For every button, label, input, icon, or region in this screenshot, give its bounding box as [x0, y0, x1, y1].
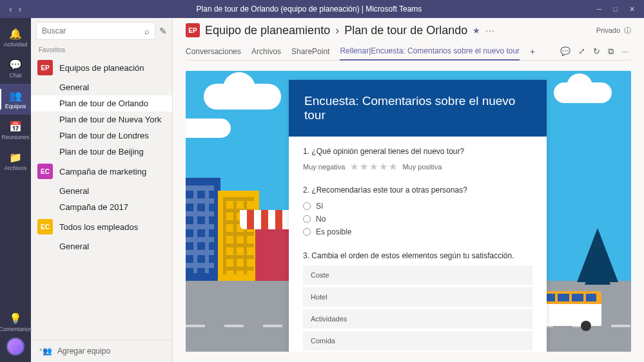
cloud-decoration: [186, 119, 231, 138]
main-area: EP Equipo de planeamiento › Plan de tour…: [173, 18, 644, 362]
rail-icon: 👥: [9, 90, 22, 102]
titlebar: ‹ › Plan de tour de Orlando (equipo de p…: [0, 0, 644, 18]
channel-item[interactable]: General: [31, 79, 172, 95]
rank-item[interactable]: Comida: [303, 331, 532, 350]
question-2: 2. ¿Recomendarías este tour a otras pers…: [303, 186, 532, 238]
rating-high-label: Muy positiva: [402, 163, 442, 171]
privacy-label: Privado: [596, 26, 620, 34]
compose-icon[interactable]: ✎: [159, 26, 167, 36]
reply-icon[interactable]: 💬: [560, 46, 571, 57]
app-rail: 🔔Actividad💬Chat👥Equipos📅Reuniones📁Archiv…: [0, 18, 31, 362]
add-team-button[interactable]: ⁺👥 Agregar equipo: [31, 339, 172, 362]
channel-item[interactable]: Campaña de 2017: [31, 199, 172, 215]
favorites-label: Favoritos: [31, 44, 172, 56]
star-rating[interactable]: ★★★★★: [350, 161, 397, 173]
building-decoration: [186, 178, 220, 281]
rail-item-chat[interactable]: 💬Chat: [0, 53, 31, 84]
team-header[interactable]: EPEquipos de planeación: [31, 56, 172, 79]
star-icon[interactable]: ★: [350, 161, 358, 173]
rail-item-reuniones[interactable]: 📅Reuniones: [0, 115, 31, 146]
survey-form: Encuesta: Comentarios sobre el nuevo tou…: [289, 80, 547, 352]
radio-option[interactable]: Sí: [303, 200, 532, 213]
rail-icon: 💬: [9, 59, 22, 71]
team-name: Campaña de marketing: [59, 167, 146, 176]
building-decoration: [218, 191, 259, 281]
question-3: 3. Cambia el orden de estos elementos se…: [303, 251, 532, 350]
channel-tabs: ConversacionesArchivosSharePoint Rellena…: [186, 43, 631, 61]
favorite-star-icon[interactable]: ★: [473, 26, 480, 35]
channel-item[interactable]: Plan de tour de Nueva York: [31, 111, 172, 128]
breadcrumb-team[interactable]: Equipo de planeamiento: [205, 24, 330, 37]
question-1: 1. ¿Qué opinión general tienes del nuevo…: [303, 147, 532, 173]
window-maximize[interactable]: □: [613, 5, 618, 14]
channel-item[interactable]: General: [31, 238, 172, 254]
lightbulb-icon: 💡: [9, 312, 22, 325]
user-avatar[interactable]: [6, 338, 24, 356]
channel-item[interactable]: Plan de tour de Orlando: [31, 95, 172, 111]
radio-option[interactable]: No: [303, 213, 532, 225]
team-name: Equipos de planeación: [59, 63, 144, 73]
add-tab-button[interactable]: +: [530, 46, 535, 57]
rail-icon: 📁: [9, 151, 22, 164]
rail-feedback[interactable]: 💡 Comentarios: [0, 307, 31, 338]
star-icon[interactable]: ★: [369, 161, 378, 173]
channel-item[interactable]: Plan de tour de Beijing: [31, 144, 172, 160]
rank-item[interactable]: Coste: [303, 265, 532, 285]
radio-option[interactable]: Es posible: [303, 225, 532, 238]
expand-icon[interactable]: ⤢: [578, 46, 585, 57]
more-options[interactable]: ···: [485, 25, 495, 35]
window-title: Plan de tour de Orlando (equipo de plane…: [30, 5, 587, 14]
radio-icon: [303, 215, 311, 223]
tab-more-icon[interactable]: ···: [621, 46, 629, 57]
team-avatar: EP: [37, 60, 53, 75]
star-icon[interactable]: ★: [379, 161, 387, 173]
rail-icon: 🔔: [9, 28, 22, 40]
nav-back[interactable]: ‹: [9, 4, 12, 14]
tab-sharepoint[interactable]: SharePoint: [291, 43, 329, 60]
tab-conversaciones[interactable]: Conversaciones: [186, 43, 241, 60]
window-minimize[interactable]: ─: [597, 5, 602, 14]
search-field[interactable]: [42, 26, 144, 35]
team-header[interactable]: ECTodos los empleados: [31, 215, 172, 238]
cloud-decoration: [204, 84, 281, 110]
rank-item[interactable]: Hotel: [303, 287, 532, 307]
team-header[interactable]: ECCampaña de marketing: [31, 160, 172, 183]
radio-icon: [303, 228, 311, 236]
rail-icon: 📅: [9, 120, 22, 133]
add-team-icon: ⁺👥: [39, 347, 52, 356]
window-close[interactable]: ✕: [629, 5, 635, 14]
tab-form[interactable]: Rellenar|Encuesta: Comentarios sobre el …: [340, 43, 520, 61]
team-avatar: EC: [37, 164, 53, 179]
info-icon[interactable]: ⓘ: [624, 26, 631, 35]
refresh-icon[interactable]: ↻: [593, 46, 600, 57]
breadcrumb-channel[interactable]: Plan de tour de Orlando: [344, 24, 467, 37]
rank-item[interactable]: Actividades: [303, 309, 532, 329]
form-title: Encuesta: Comentarios sobre el nuevo tou…: [289, 80, 547, 137]
star-icon[interactable]: ★: [389, 161, 397, 173]
popout-icon[interactable]: ⧉: [608, 46, 614, 57]
rail-item-actividad[interactable]: 🔔Actividad: [0, 22, 31, 53]
team-avatar: EC: [37, 219, 53, 234]
tab-archivos[interactable]: Archivos: [251, 43, 281, 60]
nav-forward[interactable]: ›: [19, 4, 22, 14]
channel-item[interactable]: Plan de tour de Londres: [31, 128, 172, 144]
rail-item-equipos[interactable]: 👥Equipos: [0, 84, 31, 115]
radio-icon: [303, 202, 311, 210]
team-badge: EP: [186, 23, 200, 37]
tree-decoration: [577, 228, 618, 282]
rating-low-label: Muy negativa: [303, 163, 345, 171]
rail-item-archivos[interactable]: 📁Archivos: [0, 146, 31, 176]
sidebar: ⌕ ✎ Favoritos EPEquipos de planeaciónGen…: [31, 18, 173, 362]
team-name: Todos los empleados: [59, 222, 138, 232]
cloud-decoration: [554, 82, 612, 103]
star-icon[interactable]: ★: [360, 161, 368, 173]
channel-item[interactable]: General: [31, 183, 172, 199]
search-input[interactable]: ⌕: [36, 22, 155, 40]
form-canvas: Encuesta: Comentarios sobre el nuevo tou…: [186, 71, 631, 352]
search-icon: ⌕: [144, 26, 150, 36]
breadcrumb: EP Equipo de planeamiento › Plan de tour…: [186, 23, 631, 37]
